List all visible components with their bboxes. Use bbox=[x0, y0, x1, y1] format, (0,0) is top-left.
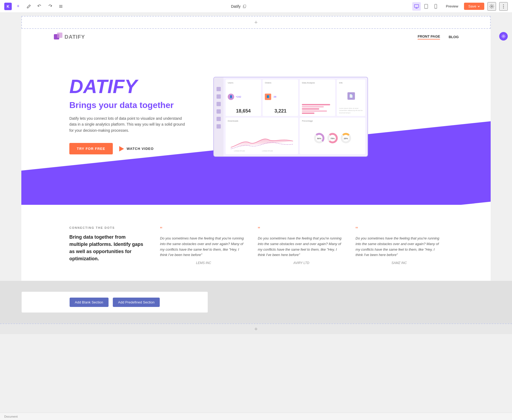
toolbar-right: Preview Save bbox=[412, 2, 508, 11]
testimonial-company-1: LEMS INC bbox=[160, 261, 247, 265]
users-card-title: Users bbox=[228, 82, 259, 84]
dashboard-users-card: Users 👤 +242 18,654 bbox=[226, 79, 261, 116]
try-for-free-button[interactable]: TRY FOR FREE bbox=[69, 143, 113, 154]
svg-text:LOREM IPSUM: LOREM IPSUM bbox=[262, 150, 273, 152]
dashboard-percentage-card: Percentage 50% bbox=[300, 118, 365, 154]
editor-area: + DATIFY FRONT PAGE BLOG bbox=[0, 13, 512, 334]
more-icon bbox=[501, 4, 506, 9]
user-avatar-icon: 👤 bbox=[228, 94, 234, 100]
add-element-button[interactable]: + bbox=[14, 2, 22, 11]
chevron-down-icon bbox=[477, 5, 480, 8]
hero-buttons: TRY FOR FREE WATCH VIDEO bbox=[69, 143, 208, 154]
orders-card-title: Orders bbox=[265, 82, 296, 84]
desktop-view-button[interactable] bbox=[412, 2, 421, 11]
float-gear-icon bbox=[501, 34, 506, 38]
analysis-bars bbox=[302, 104, 333, 114]
hero-title: DATIFY bbox=[69, 77, 208, 96]
testimonials-left: CONNECTING THE DOTS Bring data together … bbox=[69, 226, 144, 262]
hero-subtitle: Brings your data together bbox=[69, 100, 208, 110]
add-blank-section-button[interactable]: Add Blank Section bbox=[70, 298, 109, 307]
status-label: Document bbox=[4, 415, 18, 418]
site-logo-text: DATIFY bbox=[65, 34, 85, 40]
dashboard-frame: Users 👤 +242 18,654 Orders bbox=[213, 77, 368, 157]
donut-75: 75% bbox=[327, 132, 338, 144]
testimonial-company-3: SAMZ INC bbox=[355, 261, 443, 265]
orders-number: 3,221 bbox=[265, 108, 296, 114]
save-button[interactable]: Save bbox=[464, 3, 484, 10]
testimonial-3: " Do you sometimes have the feeling that… bbox=[355, 226, 443, 265]
list-icon bbox=[59, 4, 63, 9]
percentage-card-title: Percentage bbox=[302, 120, 363, 122]
nav-item-frontpage[interactable]: FRONT PAGE bbox=[418, 34, 440, 39]
donut-charts: 50% 75% bbox=[302, 124, 363, 152]
page-wrapper: + DATIFY FRONT PAGE BLOG bbox=[0, 13, 512, 334]
users-number: 18,654 bbox=[228, 108, 259, 114]
site-name-label: Datify bbox=[231, 4, 241, 9]
dash-msg-icon bbox=[217, 109, 221, 114]
add-predefined-section-button[interactable]: Add Predefined Section bbox=[113, 298, 160, 307]
quote-icon-3: " bbox=[355, 226, 443, 233]
bottom-add-section-button[interactable]: + bbox=[254, 326, 258, 333]
bar-2 bbox=[302, 106, 324, 107]
list-button[interactable] bbox=[57, 2, 65, 11]
watch-video-button[interactable]: WATCH VIDEO bbox=[119, 146, 154, 151]
users-change: +242 bbox=[236, 95, 241, 98]
dashboard-main: Users 👤 +242 18,654 Orders bbox=[223, 77, 367, 156]
site-logo: DATIFY bbox=[53, 32, 85, 42]
dash-user-icon bbox=[217, 124, 221, 129]
testimonial-2: " Do you sometimes have the feeling that… bbox=[258, 226, 345, 265]
mobile-view-button[interactable] bbox=[431, 2, 440, 11]
svg-text:75%: 75% bbox=[330, 137, 335, 140]
analysis-card-title: Data Analysis bbox=[302, 82, 333, 84]
testimonials-section: CONNECTING THE DOTS Bring data together … bbox=[21, 205, 491, 281]
section-tag: CONNECTING THE DOTS bbox=[69, 226, 144, 229]
quote-icon-2: " bbox=[258, 226, 345, 233]
svg-rect-5 bbox=[414, 5, 419, 7]
testimonial-text-2: Do you sometimes have the feeling that y… bbox=[258, 236, 345, 258]
undo-icon bbox=[37, 4, 42, 9]
pen-tool-button[interactable] bbox=[25, 2, 33, 11]
dashboard-analysis-card: Data Analysis bbox=[300, 79, 335, 116]
toolbar-logo-icon[interactable]: K bbox=[4, 3, 12, 10]
line-chart: LOREM IPSUM LOREM IPSUM bbox=[228, 133, 296, 152]
dash-clock-icon bbox=[217, 117, 221, 121]
dashboard-sidebar bbox=[214, 77, 223, 156]
play-icon bbox=[119, 146, 124, 151]
dashboard-orders-card: Orders 📘 -38 3,221 bbox=[263, 79, 298, 116]
bottom-add-row: + bbox=[0, 323, 512, 334]
site-header: DATIFY FRONT PAGE BLOG bbox=[21, 29, 491, 45]
bar-3 bbox=[302, 108, 319, 110]
preview-button[interactable]: Preview bbox=[443, 3, 461, 10]
svg-point-14 bbox=[503, 6, 504, 7]
svg-point-9 bbox=[426, 8, 426, 8]
svg-text:LOREM IPSUM: LOREM IPSUM bbox=[234, 150, 245, 152]
top-add-section-button[interactable]: + bbox=[254, 19, 258, 25]
bar-5 bbox=[302, 113, 314, 114]
settings-button[interactable] bbox=[487, 2, 496, 11]
testimonial-text-1: Do you sometimes have the feeling that y… bbox=[160, 236, 247, 258]
svg-text:25%: 25% bbox=[344, 137, 348, 140]
redo-button[interactable] bbox=[46, 2, 54, 11]
info-doc-icon: 📄 bbox=[347, 92, 355, 100]
copy-icon bbox=[243, 5, 246, 8]
tablet-icon bbox=[424, 4, 429, 9]
testimonial-company-2: AVIRY LTD bbox=[258, 261, 345, 265]
hero-content: DATIFY Brings your data together Datify … bbox=[21, 61, 491, 173]
nav-item-blog[interactable]: BLOG bbox=[449, 35, 459, 39]
donut-50-chart: 50% bbox=[313, 132, 325, 144]
dashboard-downloads-card: Downloads bbox=[226, 118, 298, 154]
svg-text:50%: 50% bbox=[317, 137, 321, 140]
info-text: Lorem ipsum dolor sit amet consectetur a… bbox=[339, 107, 363, 114]
undo-button[interactable] bbox=[35, 2, 44, 11]
tablet-view-button[interactable] bbox=[422, 2, 430, 11]
toolbar-center: Datify bbox=[65, 4, 412, 9]
viewport-selector bbox=[412, 2, 440, 11]
mobile-icon bbox=[433, 4, 438, 9]
downloads-card-title: Downloads bbox=[228, 120, 296, 122]
section-title: Bring data together from multiple platfo… bbox=[69, 234, 144, 262]
testimonials-right: " Do you sometimes have the feeling that… bbox=[160, 226, 443, 265]
float-settings-button[interactable] bbox=[499, 32, 508, 41]
donut-25: 25% bbox=[340, 132, 352, 144]
more-options-button[interactable] bbox=[499, 2, 508, 11]
bar-4 bbox=[302, 110, 327, 112]
